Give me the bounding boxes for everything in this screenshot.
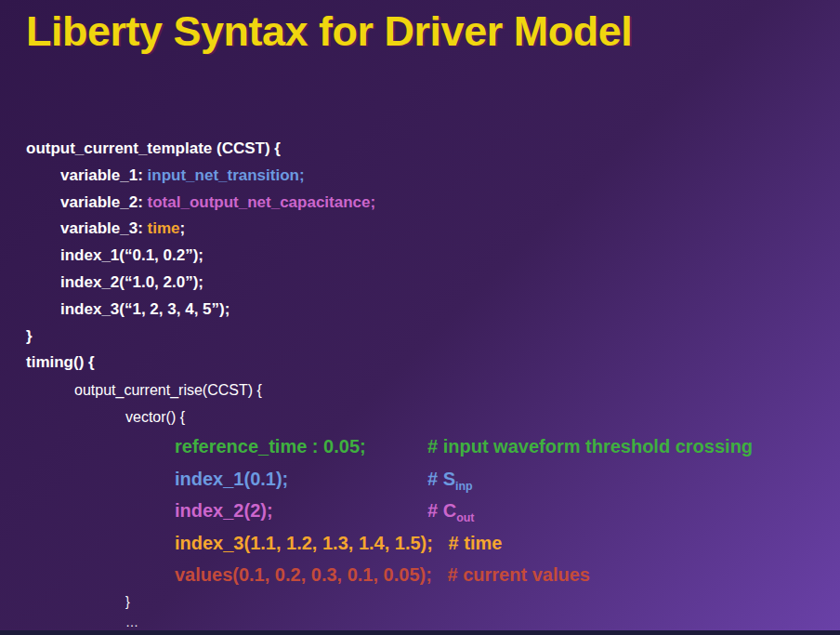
code-segment: } bbox=[26, 327, 33, 345]
code-segment: output_current_rise(CCST) { bbox=[74, 382, 262, 398]
code-line: } bbox=[26, 324, 840, 351]
code-segment: … bbox=[125, 615, 138, 629]
code-segment: input_net_transition; bbox=[148, 166, 305, 184]
code-line: index_2(“1.0, 2.0”); bbox=[26, 270, 840, 297]
code-segment: ; bbox=[180, 219, 186, 237]
code-segment: # S bbox=[427, 469, 455, 489]
code-segment: variable_3: bbox=[60, 219, 148, 237]
slide-background: Liberty Syntax for Driver Model output_c… bbox=[0, 0, 840, 635]
code-segment: variable_2: bbox=[60, 193, 148, 211]
code-segment: index_2(2); bbox=[175, 495, 427, 527]
code-segment: inp bbox=[455, 480, 473, 493]
code-segment: # C bbox=[427, 500, 456, 521]
code-line: reference_time : 0.05;# input waveform t… bbox=[26, 430, 840, 463]
code-segment: index_1(0.1); bbox=[175, 463, 427, 496]
code-segment: out bbox=[456, 511, 474, 524]
code-segment: index_1(“0.1, 0.2”); bbox=[60, 246, 203, 264]
code-segment: } bbox=[125, 594, 130, 609]
code-block: output_current_template (CCST) {variable… bbox=[26, 136, 840, 632]
code-line: output_current_rise(CCST) { bbox=[26, 377, 840, 403]
code-line: variable_3: time; bbox=[26, 216, 840, 243]
code-segment: index_2(“1.0, 2.0”); bbox=[60, 273, 203, 291]
code-line: } bbox=[26, 591, 840, 612]
code-line: index_1(“0.1, 0.2”); bbox=[26, 243, 840, 270]
code-segment: reference_time : 0.05; bbox=[175, 430, 427, 463]
code-segment: variable_1: bbox=[60, 166, 148, 184]
code-segment: output_current_template (CCST) { bbox=[26, 139, 281, 157]
page-title: Liberty Syntax for Driver Model bbox=[26, 7, 632, 56]
code-segment: # current values bbox=[448, 564, 590, 585]
code-segment: values(0.1, 0.2, 0.3, 0.1, 0.05); bbox=[175, 564, 448, 585]
code-line: index_3(“1, 2, 3, 4, 5”); bbox=[26, 297, 840, 324]
bottom-edge-bar bbox=[0, 630, 840, 635]
code-segment: # input waveform threshold crossing bbox=[427, 436, 753, 456]
code-line: vector() { bbox=[26, 403, 840, 430]
code-line: variable_1: input_net_transition; bbox=[26, 163, 840, 190]
code-line: values(0.1, 0.2, 0.3, 0.1, 0.05); # curr… bbox=[26, 559, 840, 591]
code-line: index_3(1.1, 1.2, 1.3, 1.4, 1.5); # time bbox=[26, 527, 840, 560]
code-segment: index_3(1.1, 1.2, 1.3, 1.4, 1.5); bbox=[175, 533, 449, 553]
code-segment: timing() { bbox=[26, 353, 95, 371]
code-segment: total_output_net_capacitance; bbox=[148, 193, 376, 211]
code-line: variable_2: total_output_net_capacitance… bbox=[26, 190, 840, 217]
code-segment: index_3(“1, 2, 3, 4, 5”); bbox=[60, 300, 230, 318]
code-line: index_1(0.1);# Sinp bbox=[26, 463, 840, 496]
code-segment: # time bbox=[449, 533, 503, 553]
code-line: output_current_template (CCST) { bbox=[26, 136, 840, 163]
code-line: timing() { bbox=[26, 350, 840, 377]
code-line: … bbox=[26, 612, 840, 632]
code-line: index_2(2);# Cout bbox=[26, 495, 840, 527]
code-segment: vector() { bbox=[125, 409, 185, 425]
code-segment: time bbox=[148, 219, 180, 237]
